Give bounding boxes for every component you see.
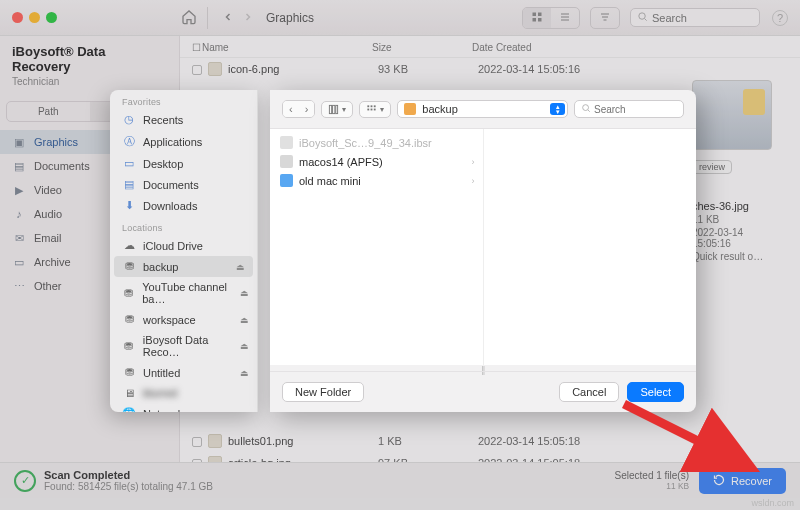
folder-icon <box>280 174 293 187</box>
favorites-downloads[interactable]: ⬇Downloads <box>110 195 257 216</box>
location-youtube[interactable]: ⛃YouTube channel ba…⏏ <box>110 277 257 309</box>
dialog-body: iBoysoft_Sc…9_49_34.ibsr macos14 (APFS)›… <box>270 129 696 365</box>
chevron-down-icon: ▾ <box>380 105 384 114</box>
globe-icon: 🌐 <box>122 407 136 412</box>
list-item[interactable]: macos14 (APFS)› <box>270 152 483 171</box>
svg-rect-14 <box>336 105 338 113</box>
select-button[interactable]: Select <box>627 382 684 402</box>
list-item[interactable]: old mac mini› <box>270 171 483 190</box>
dialog-footer: New Folder Cancel Select <box>270 371 696 412</box>
chevron-right-icon: › <box>472 157 475 167</box>
dialog-search[interactable] <box>574 100 684 118</box>
chevron-right-icon: › <box>472 176 475 186</box>
drive-icon <box>280 155 293 168</box>
svg-rect-18 <box>368 108 370 110</box>
favorites-header: Favorites <box>110 90 257 109</box>
drive-icon <box>404 103 416 115</box>
drive-icon: ⛃ <box>122 340 136 353</box>
dialog-forward-icon[interactable]: › <box>299 101 315 117</box>
drive-icon: ⛃ <box>122 313 136 326</box>
dialog-toolbar: ‹ › ▾ ▾ backup ▴▾ <box>270 90 696 129</box>
column-list[interactable]: iBoysoft_Sc…9_49_34.ibsr macos14 (APFS)›… <box>270 129 484 365</box>
save-dialog-sidebar: Favorites ◷Recents ⒶApplications ▭Deskto… <box>110 90 258 412</box>
drive-icon: ⛃ <box>122 287 135 300</box>
drive-icon: ⛃ <box>122 366 136 379</box>
svg-line-22 <box>588 110 590 112</box>
eject-icon[interactable]: ⏏ <box>240 368 249 378</box>
download-icon: ⬇ <box>122 199 136 212</box>
new-folder-button[interactable]: New Folder <box>282 382 364 402</box>
location-iboysoft[interactable]: ⛃iBoysoft Data Reco…⏏ <box>110 330 257 362</box>
group-by-button[interactable]: ▾ <box>359 101 391 118</box>
desktop-icon: ▭ <box>122 157 136 170</box>
location-backup[interactable]: ⛃backup⏏ <box>114 256 253 277</box>
location-blurred[interactable]: 🖥blurred <box>110 383 257 403</box>
save-dialog: ‹ › ▾ ▾ backup ▴▾ iBoysoft_Sc…9_49_34.ib… <box>270 90 696 412</box>
svg-rect-20 <box>374 108 376 110</box>
eject-icon[interactable]: ⏏ <box>240 341 249 351</box>
svg-rect-12 <box>330 105 332 113</box>
location-workspace[interactable]: ⛃workspace⏏ <box>110 309 257 330</box>
file-icon <box>280 136 293 149</box>
app-icon: Ⓐ <box>122 134 136 149</box>
favorites-recents[interactable]: ◷Recents <box>110 109 257 130</box>
eject-icon[interactable]: ⏏ <box>240 288 249 298</box>
favorites-applications[interactable]: ⒶApplications <box>110 130 257 153</box>
cloud-icon: ☁ <box>122 239 136 252</box>
favorites-documents[interactable]: ▤Documents <box>110 174 257 195</box>
svg-rect-15 <box>368 105 370 107</box>
location-popup[interactable]: backup ▴▾ <box>397 100 568 118</box>
nav-back-forward[interactable]: ‹ › <box>282 100 315 118</box>
dropdown-arrows-icon[interactable]: ▴▾ <box>550 103 565 115</box>
location-untitled[interactable]: ⛃Untitled⏏ <box>110 362 257 383</box>
watermark: wsldn.com <box>751 498 794 508</box>
svg-point-21 <box>583 105 589 111</box>
locations-header: Locations <box>110 216 257 235</box>
clock-icon: ◷ <box>122 113 136 126</box>
list-item[interactable]: iBoysoft_Sc…9_49_34.ibsr <box>270 133 483 152</box>
svg-rect-16 <box>371 105 373 107</box>
doc-icon: ▤ <box>122 178 136 191</box>
drive-icon: ⛃ <box>122 260 136 273</box>
location-icloud[interactable]: ☁iCloud Drive <box>110 235 257 256</box>
svg-rect-13 <box>333 105 335 113</box>
dialog-back-icon[interactable]: ‹ <box>283 101 299 117</box>
svg-rect-17 <box>374 105 376 107</box>
chevron-down-icon: ▾ <box>342 105 346 114</box>
column-view-button[interactable]: ▾ <box>321 101 353 118</box>
eject-icon[interactable]: ⏏ <box>236 262 245 272</box>
empty-column <box>484 129 697 365</box>
eject-icon[interactable]: ⏏ <box>240 315 249 325</box>
search-icon <box>581 103 591 115</box>
favorites-desktop[interactable]: ▭Desktop <box>110 153 257 174</box>
cancel-button[interactable]: Cancel <box>559 382 619 402</box>
svg-rect-19 <box>371 108 373 110</box>
dialog-search-input[interactable] <box>594 104 677 115</box>
location-network[interactable]: 🌐Network <box>110 403 257 412</box>
display-icon: 🖥 <box>122 387 136 399</box>
